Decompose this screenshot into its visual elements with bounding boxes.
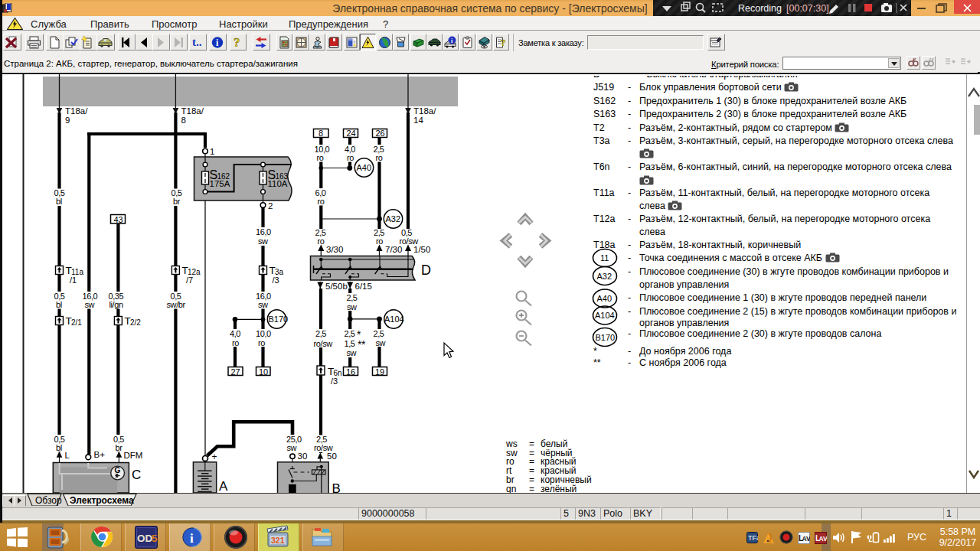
svg-text:1: 1 [210, 147, 214, 156]
svg-text:A40: A40 [357, 163, 372, 172]
svg-text:**: ** [358, 338, 366, 350]
svg-text:ro/sw: ro/sw [314, 339, 333, 348]
svg-text:bl: bl [56, 300, 62, 309]
svg-text:TFa: TFa [748, 534, 758, 542]
svg-text:B170: B170 [596, 333, 616, 342]
svg-text:li/gn: li/gn [109, 300, 123, 309]
svg-text:L: L [65, 451, 70, 460]
svg-text:B170: B170 [269, 315, 289, 324]
svg-text:[00:07:30]: [00:07:30] [786, 3, 829, 14]
svg-text:sw: sw [376, 338, 386, 347]
svg-text:bl: bl [56, 197, 62, 206]
svg-text:24: 24 [347, 129, 356, 138]
svg-text:9: 9 [65, 116, 70, 125]
svg-text:B+: B+ [94, 450, 106, 459]
svg-text:27: 27 [231, 367, 240, 377]
svg-text:5/50b: 5/50b [325, 282, 348, 291]
svg-text:3/30: 3/30 [326, 245, 343, 254]
svg-text:2,5: 2,5 [347, 293, 358, 302]
svg-text:t..: t.. [192, 36, 202, 48]
svg-text:sw: sw [258, 300, 268, 309]
svg-text:ro: ro [318, 197, 325, 206]
svg-text:sw: sw [287, 443, 297, 452]
svg-text:sw/br: sw/br [167, 300, 186, 309]
svg-text:50: 50 [327, 452, 337, 461]
svg-text:2,5: 2,5 [315, 329, 326, 338]
svg-text:sw: sw [258, 236, 268, 246]
svg-text:D: D [421, 262, 431, 278]
svg-text:5: 5 [152, 533, 158, 544]
svg-text:175A: 175A [210, 179, 230, 188]
svg-text:T18a/: T18a/ [65, 106, 88, 116]
svg-text:1,5: 1,5 [345, 339, 355, 348]
svg-text:6/15: 6/15 [355, 282, 372, 291]
svg-text:T18a/: T18a/ [181, 106, 204, 116]
svg-text:Обзор: Обзор [35, 495, 62, 506]
svg-text:ro: ro [258, 338, 265, 347]
svg-text:?: ? [501, 37, 506, 48]
svg-text:br: br [173, 197, 181, 206]
svg-text:16,0: 16,0 [256, 227, 271, 236]
svg-text:16: 16 [346, 367, 355, 377]
svg-text:6n: 6n [334, 369, 342, 377]
svg-text:Электросхема: Электросхема [70, 495, 134, 506]
svg-text:A32: A32 [386, 214, 401, 223]
svg-text:19: 19 [375, 367, 384, 377]
svg-text:sw: sw [347, 302, 357, 311]
svg-text:2: 2 [268, 201, 273, 210]
svg-text:A32: A32 [597, 272, 612, 281]
svg-text:2/1: 2/1 [71, 318, 82, 327]
svg-text:8: 8 [318, 129, 323, 138]
svg-text:7/30: 7/30 [385, 245, 402, 254]
svg-text:ro: ro [318, 236, 325, 246]
svg-text:bl: bl [56, 443, 62, 452]
svg-text:11: 11 [600, 253, 609, 262]
svg-text:Recording: Recording [738, 3, 782, 14]
svg-text:C: C [132, 468, 141, 482]
svg-text:DFM: DFM [124, 451, 143, 460]
svg-text:A40: A40 [597, 294, 612, 303]
svg-text:/7: /7 [186, 276, 193, 285]
svg-text:ro: ro [317, 153, 324, 162]
svg-text:110A: 110A [268, 179, 288, 188]
svg-text:sw: sw [85, 300, 95, 309]
svg-text:4,0: 4,0 [230, 329, 240, 338]
svg-text:321: 321 [271, 536, 285, 545]
svg-text:A104: A104 [595, 311, 615, 320]
svg-text:10,0: 10,0 [256, 329, 271, 338]
svg-text:30: 30 [298, 452, 308, 461]
svg-text:br: br [116, 443, 123, 452]
svg-text:+: + [212, 452, 217, 462]
svg-text:A: A [219, 479, 228, 493]
svg-text:2/2: 2/2 [130, 318, 141, 327]
svg-text:?: ? [234, 36, 240, 49]
svg-text:/1: /1 [70, 276, 77, 285]
svg-text:AV: AV [802, 535, 811, 543]
svg-text:8: 8 [181, 116, 186, 125]
svg-text:10: 10 [259, 367, 268, 377]
svg-text:B: B [332, 481, 341, 493]
svg-text:1/50: 1/50 [413, 245, 430, 254]
svg-text:OD: OD [137, 533, 153, 544]
svg-text:/3: /3 [331, 377, 338, 386]
svg-text:43: 43 [114, 215, 123, 224]
svg-text:/3: /3 [273, 276, 279, 285]
svg-text:i: i [190, 531, 194, 546]
svg-text:6,0: 6,0 [315, 188, 326, 197]
svg-text:A104: A104 [384, 315, 404, 324]
svg-text:ro: ro [347, 153, 354, 162]
svg-text:T18a/: T18a/ [413, 106, 436, 116]
svg-text:G: G [115, 466, 121, 474]
svg-text:ro: ro [376, 236, 383, 246]
svg-text:AV: AV [819, 535, 828, 543]
svg-text:2,5: 2,5 [345, 329, 355, 338]
svg-text:2,5: 2,5 [374, 329, 384, 338]
svg-text:14: 14 [413, 116, 423, 125]
svg-text:ro: ro [376, 153, 383, 162]
svg-text:sw: sw [347, 348, 357, 357]
svg-text:ro: ro [232, 338, 239, 347]
svg-text:26: 26 [376, 129, 385, 138]
